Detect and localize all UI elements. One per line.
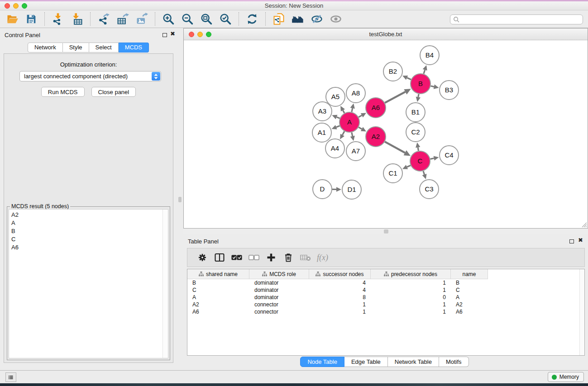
mcds-result-list[interactable]: A2ABCA6 <box>9 209 168 358</box>
network-canvas[interactable]: AA1A2A3A4A5A6A7A8BB1B2B3B4CC1C2C3C4DD1 <box>184 40 588 228</box>
graph-edge-A6-B[interactable] <box>385 92 405 103</box>
zoom-out-button[interactable] <box>179 11 196 27</box>
save-session-button[interactable] <box>23 11 39 27</box>
graph-edge-A-A7[interactable] <box>352 132 353 136</box>
graph-node-A3[interactable]: A3 <box>313 102 332 121</box>
network-window-titlebar[interactable]: testGlobe.txt <box>184 29 588 40</box>
graph-node-A[interactable]: A <box>339 112 359 132</box>
import-table-button[interactable] <box>69 11 85 27</box>
tab-node-table[interactable]: Node Table <box>300 357 344 367</box>
graph-edge-C-C2[interactable] <box>418 148 418 151</box>
mcds-result-item[interactable]: C <box>9 235 162 243</box>
graph-edge-C-C4[interactable] <box>430 158 434 159</box>
graph-node-A2[interactable]: A2 <box>366 127 386 147</box>
float-panel-icon[interactable] <box>163 33 167 37</box>
float-panel-icon[interactable] <box>569 239 574 243</box>
minimize-network-window-button[interactable] <box>197 32 203 37</box>
mcds-result-item[interactable]: B <box>9 227 162 235</box>
graph-edge-A-A3[interactable] <box>337 117 340 119</box>
graph-edge-B-B4[interactable] <box>424 70 425 74</box>
graphics-details-button[interactable] <box>309 11 325 27</box>
graph-edge-B-B1[interactable] <box>418 94 419 97</box>
search-input[interactable] <box>450 14 583 24</box>
close-panel-button[interactable]: Close panel <box>91 87 136 97</box>
delete-columns-button[interactable] <box>280 249 296 266</box>
close-panel-icon[interactable]: ✖ <box>170 30 175 38</box>
graph-node-B3[interactable]: B3 <box>440 81 459 100</box>
graph-node-C4[interactable]: C4 <box>440 146 459 165</box>
table-row[interactable]: Bdominator41B <box>187 279 584 286</box>
function-builder-button[interactable]: f(x) <box>317 253 328 262</box>
graph-node-D[interactable]: D <box>313 180 332 199</box>
export-network-button[interactable] <box>96 11 112 27</box>
graph-edge-B-B2[interactable] <box>407 78 411 80</box>
create-column-button[interactable] <box>263 249 279 266</box>
graph-node-A7[interactable]: A7 <box>346 142 365 161</box>
graph-edge-A-A1[interactable] <box>336 126 340 127</box>
minimize-window-button[interactable] <box>13 3 19 9</box>
tab-motifs[interactable]: Motifs <box>439 357 469 367</box>
run-mcds-button[interactable]: Run MCDS <box>41 87 85 97</box>
tab-select[interactable]: Select <box>89 43 119 52</box>
graph-node-B[interactable]: B <box>411 74 430 94</box>
graph-node-B1[interactable]: B1 <box>406 103 425 122</box>
tab-network-table[interactable]: Network Table <box>388 357 439 367</box>
list-scrollbar[interactable] <box>163 210 168 358</box>
tab-edge-table[interactable]: Edge Table <box>344 357 388 367</box>
import-network-button[interactable] <box>50 11 66 27</box>
vertical-split-divider[interactable] <box>177 28 183 370</box>
column-header-shared-name[interactable]: shared name <box>187 269 249 279</box>
memory-button[interactable]: Memory <box>548 372 584 382</box>
graph-edge-A-A2[interactable] <box>359 127 362 129</box>
maximize-network-window-button[interactable] <box>206 32 211 37</box>
resize-grip-icon[interactable] <box>581 222 587 228</box>
show-column-panel-button[interactable] <box>211 249 228 266</box>
horizontal-split-divider[interactable] <box>183 229 588 234</box>
graph-edge-A2-C[interactable] <box>385 142 405 153</box>
zoom-fit-button[interactable] <box>198 11 215 27</box>
table-row[interactable]: Adominator80A <box>187 294 584 301</box>
graph-node-A5[interactable]: A5 <box>326 87 345 106</box>
optimization-select[interactable]: largest connected component (directed) <box>19 71 161 81</box>
graph-node-D1[interactable]: D1 <box>342 180 361 199</box>
clear-all-checks-button[interactable] <box>246 249 262 266</box>
mcds-result-item[interactable]: A <box>9 219 162 227</box>
select-all-checks-button[interactable] <box>229 249 245 266</box>
tab-style[interactable]: Style <box>63 43 89 52</box>
table-row[interactable]: A2connector11A2 <box>187 301 584 308</box>
table-settings-button[interactable] <box>194 249 210 266</box>
graph-edge-A-A6[interactable] <box>359 115 362 117</box>
column-header-predecessor-nodes[interactable]: predecessor nodes <box>371 269 451 279</box>
graph-node-B4[interactable]: B4 <box>420 46 439 65</box>
graph-edge-A-A8[interactable] <box>352 108 353 112</box>
zoom-in-button[interactable] <box>160 11 177 27</box>
column-header-mcds-role[interactable]: MCDS role <box>249 269 309 279</box>
clone-network-button[interactable] <box>271 11 287 27</box>
graph-node-C[interactable]: C <box>410 151 430 171</box>
close-window-button[interactable] <box>5 3 10 9</box>
graph-edge-C-C3[interactable] <box>423 171 425 175</box>
graph-node-A6[interactable]: A6 <box>366 98 386 118</box>
maximize-window-button[interactable] <box>22 3 27 9</box>
table-scrollbar[interactable] <box>579 269 584 355</box>
close-panel-icon[interactable]: ✖ <box>578 237 583 244</box>
mcds-result-item[interactable]: A2 <box>9 210 162 219</box>
graph-node-B2[interactable]: B2 <box>383 62 402 81</box>
divider-handle[interactable] <box>178 197 182 202</box>
graph-node-C2[interactable]: C2 <box>406 123 425 142</box>
divider-handle[interactable] <box>384 229 388 234</box>
close-network-window-button[interactable] <box>189 32 194 37</box>
zoom-selected-button[interactable] <box>217 11 234 27</box>
export-table-button[interactable] <box>115 11 131 27</box>
graph-node-C3[interactable]: C3 <box>420 180 439 199</box>
graph-node-A1[interactable]: A1 <box>312 123 331 142</box>
open-session-button[interactable] <box>4 11 20 27</box>
graph-edge-B-B3[interactable] <box>430 86 434 87</box>
delete-table-button[interactable] <box>297 249 314 266</box>
graph-node-A4[interactable]: A4 <box>325 139 344 158</box>
table-row[interactable]: Cdominator41C <box>187 286 584 294</box>
tab-mcds[interactable]: MCDS <box>119 43 149 52</box>
column-header-successor-nodes[interactable]: successor nodes <box>309 269 371 279</box>
graph-edge-A-A4[interactable] <box>342 131 344 135</box>
export-image-button[interactable] <box>134 11 150 27</box>
